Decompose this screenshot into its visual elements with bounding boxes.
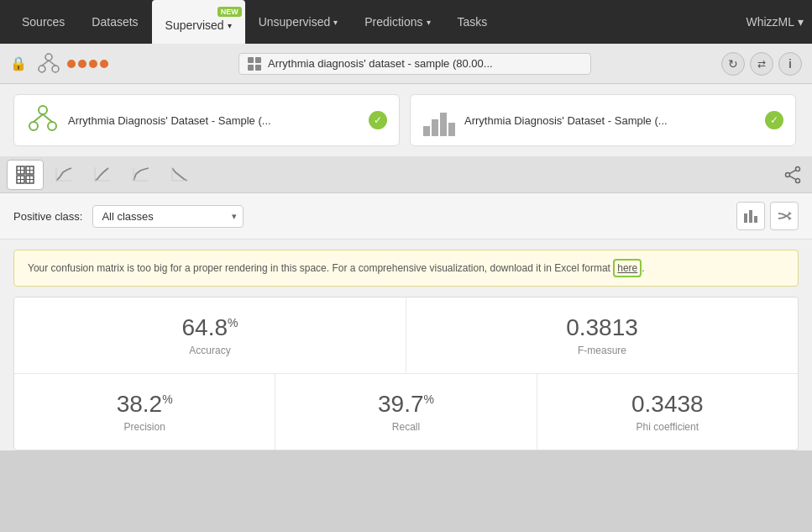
nav-predictions[interactable]: Predictions ▾ bbox=[351, 0, 443, 44]
precision-recall-icon bbox=[93, 166, 112, 184]
toolbar: 🔒 Arrythmia diagnosis' dataset - sample … bbox=[0, 44, 812, 84]
barchart-button[interactable] bbox=[736, 202, 765, 230]
svg-point-32 bbox=[786, 172, 790, 176]
model-icon-group bbox=[37, 52, 60, 76]
nav-supervised-label: Supervised bbox=[165, 18, 224, 32]
metric-recall: 39.7% Recall bbox=[275, 374, 537, 450]
confusion-matrix-icon bbox=[16, 166, 34, 184]
alert-link[interactable]: here bbox=[613, 259, 642, 277]
shuffle-icon bbox=[777, 208, 792, 224]
metrics-grid: 64.8% Accuracy 0.3813 F-measure 38.2% Pr… bbox=[13, 297, 799, 450]
refresh-button[interactable]: ↻ bbox=[721, 52, 745, 76]
toggle-button[interactable]: ⇄ bbox=[750, 52, 773, 76]
metrics-row-2: 38.2% Precision 39.7% Recall 0.3438 Phi … bbox=[14, 374, 798, 450]
dataset-grid-icon bbox=[248, 57, 261, 71]
fmeasure-label: F-measure bbox=[420, 345, 784, 356]
tab-confusion-matrix[interactable] bbox=[7, 160, 44, 190]
card-1-check: ✓ bbox=[369, 111, 387, 129]
nav-tasks-label: Tasks bbox=[458, 15, 488, 29]
alert-text: Your confusion matrix is too big for a p… bbox=[28, 262, 645, 274]
tab-ks-curve[interactable] bbox=[161, 160, 198, 190]
metric-precision: 38.2% Precision bbox=[14, 374, 275, 450]
roc-curve-icon bbox=[55, 166, 73, 184]
info-icon: i bbox=[788, 57, 792, 71]
svg-rect-36 bbox=[749, 210, 752, 223]
toolbar-right-icons: ↻ ⇄ i bbox=[721, 52, 802, 76]
tab-roc-curve[interactable] bbox=[45, 160, 82, 190]
phi-value: 0.3438 bbox=[551, 391, 784, 418]
progress-dots bbox=[67, 60, 108, 68]
precision-value: 38.2% bbox=[28, 391, 261, 418]
lift-curve-icon bbox=[132, 166, 150, 184]
toolbar-title: Arrythmia diagnosis' dataset - sample (8… bbox=[268, 57, 582, 70]
nav-sources[interactable]: Sources bbox=[8, 0, 78, 44]
svg-point-1 bbox=[39, 66, 45, 72]
barchart-icon bbox=[743, 208, 758, 224]
svg-line-34 bbox=[789, 176, 796, 179]
svg-marker-38 bbox=[788, 212, 792, 215]
cards-area: Arrythmia Diagnosis' Dataset - Sample (.… bbox=[0, 84, 812, 156]
positive-class-label: Positive class: bbox=[13, 210, 82, 223]
bar-chart-icon bbox=[422, 103, 456, 137]
lock-icon: 🔒 bbox=[10, 55, 27, 71]
predictions-arrow: ▾ bbox=[427, 18, 431, 27]
svg-rect-35 bbox=[744, 213, 747, 223]
ks-curve-icon bbox=[170, 166, 189, 184]
svg-line-4 bbox=[49, 61, 55, 66]
dot-4 bbox=[100, 60, 108, 68]
card-2-title: Arrythmia Diagnosis' Dataset - Sample (.… bbox=[464, 114, 757, 127]
card-1-title: Arrythmia Diagnosis' Dataset - Sample (.… bbox=[68, 114, 360, 127]
controls-bar: Positive class: All classes ▾ bbox=[0, 193, 812, 240]
shuffle-button[interactable] bbox=[770, 202, 799, 230]
tab-precision-recall[interactable] bbox=[84, 160, 121, 190]
dot-2 bbox=[78, 60, 86, 68]
main-content: Positive class: All classes ▾ bbox=[0, 193, 812, 450]
supervised-badge: NEW bbox=[217, 7, 242, 17]
svg-point-5 bbox=[39, 106, 47, 114]
fmeasure-value: 0.3813 bbox=[420, 314, 784, 341]
svg-point-31 bbox=[796, 178, 800, 182]
metric-fmeasure: 0.3813 F-measure bbox=[406, 298, 798, 373]
model-tree-icon bbox=[37, 52, 60, 76]
user-arrow-icon: ▾ bbox=[798, 15, 804, 29]
recall-value: 39.7% bbox=[289, 391, 522, 418]
metric-phi: 0.3438 Phi coefficient bbox=[537, 374, 798, 450]
nav-tasks[interactable]: Tasks bbox=[444, 0, 501, 44]
accuracy-value: 64.8% bbox=[28, 314, 392, 341]
tab-lift-curve[interactable] bbox=[123, 160, 160, 190]
nav-predictions-label: Predictions bbox=[364, 15, 422, 29]
refresh-icon: ↻ bbox=[728, 57, 738, 71]
dataset-card-1[interactable]: Arrythmia Diagnosis' Dataset - Sample (.… bbox=[13, 94, 400, 146]
svg-line-3 bbox=[42, 61, 49, 66]
nav-datasets-label: Datasets bbox=[92, 15, 138, 29]
metrics-row-1: 64.8% Accuracy 0.3813 F-measure bbox=[14, 298, 798, 374]
navbar: Sources Datasets Supervised NEW ▾ Unsupe… bbox=[0, 0, 812, 44]
phi-label: Phi coefficient bbox=[551, 421, 784, 433]
share-icon[interactable] bbox=[780, 162, 805, 187]
svg-point-0 bbox=[45, 54, 52, 61]
user-menu[interactable]: WhizzML ▾ bbox=[746, 15, 804, 29]
toolbar-title-area: Arrythmia diagnosis' dataset - sample (8… bbox=[238, 53, 591, 75]
controls-right bbox=[736, 202, 799, 230]
svg-line-8 bbox=[34, 114, 43, 122]
unsupervised-arrow: ▾ bbox=[333, 18, 338, 27]
positive-class-select[interactable]: All classes bbox=[92, 205, 244, 228]
nav-supervised[interactable]: Supervised NEW ▾ bbox=[152, 0, 245, 44]
tab-right bbox=[780, 162, 805, 187]
svg-point-30 bbox=[796, 166, 800, 171]
svg-marker-39 bbox=[788, 217, 792, 220]
tab-bar bbox=[0, 156, 812, 193]
recall-label: Recall bbox=[289, 421, 522, 433]
user-label: WhizzML bbox=[746, 15, 794, 29]
svg-point-6 bbox=[29, 122, 38, 130]
svg-line-33 bbox=[789, 170, 796, 173]
nav-unsupervised[interactable]: Unsupervised ▾ bbox=[245, 0, 352, 44]
positive-class-selector[interactable]: All classes ▾ bbox=[92, 205, 244, 228]
tree-icon bbox=[26, 103, 60, 137]
dot-3 bbox=[89, 60, 97, 68]
info-button[interactable]: i bbox=[778, 52, 802, 76]
dataset-card-2[interactable]: Arrythmia Diagnosis' Dataset - Sample (.… bbox=[410, 94, 796, 146]
nav-datasets[interactable]: Datasets bbox=[78, 0, 151, 44]
card-2-check: ✓ bbox=[765, 111, 783, 129]
nav-sources-label: Sources bbox=[22, 15, 65, 29]
